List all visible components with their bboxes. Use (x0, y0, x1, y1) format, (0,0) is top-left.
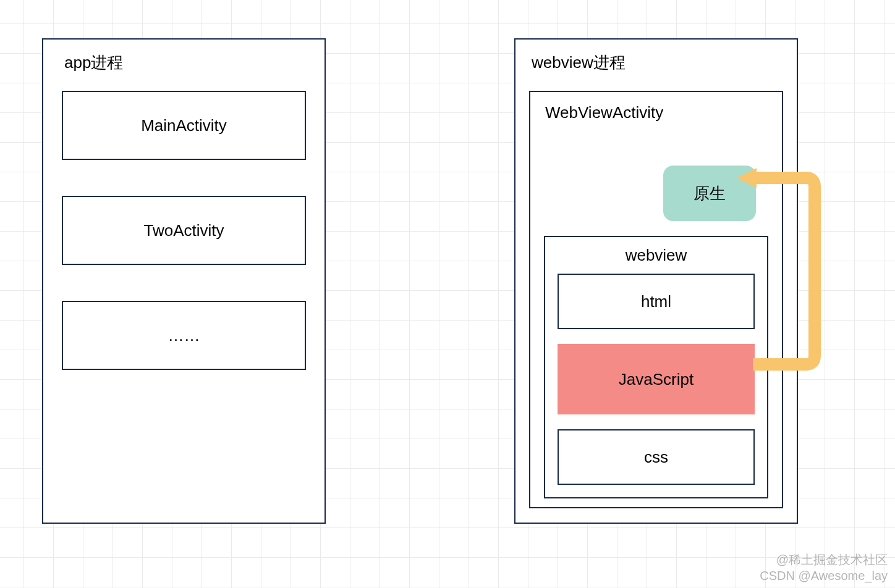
css-box: css (558, 429, 755, 485)
more-activity-label: …… (168, 326, 200, 345)
native-box: 原生 (663, 166, 756, 221)
webview-activity-container: WebViewActivity 原生 webview html JavaScri… (529, 91, 783, 508)
webview-activity-title: WebViewActivity (545, 103, 768, 122)
native-label: 原生 (694, 183, 726, 204)
app-process-title: app进程 (64, 52, 306, 74)
html-label: html (641, 292, 671, 311)
javascript-label: JavaScript (619, 370, 694, 389)
html-box: html (558, 274, 755, 329)
javascript-box: JavaScript (558, 344, 755, 414)
watermark-line1: @稀土掘金技术社区 (776, 552, 888, 568)
more-activity-box: …… (62, 301, 306, 370)
two-activity-label: TwoActivity (143, 221, 224, 240)
two-activity-box: TwoActivity (62, 196, 306, 265)
main-activity-label: MainActivity (141, 116, 227, 135)
webview-inner-container: webview html JavaScript css (544, 236, 768, 498)
main-activity-box: MainActivity (62, 91, 306, 160)
css-label: css (644, 448, 668, 467)
watermark-line2: CSDN @Awesome_lay (760, 569, 888, 583)
webview-process-title: webview进程 (532, 52, 783, 74)
webview-inner-title: webview (558, 246, 755, 265)
app-process-container: app进程 MainActivity TwoActivity …… (42, 38, 326, 524)
webview-process-container: webview进程 WebViewActivity 原生 webview htm… (514, 38, 798, 524)
